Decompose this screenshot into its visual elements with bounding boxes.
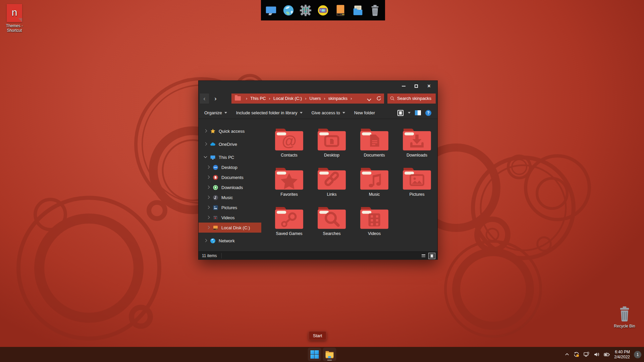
- saved-games-folder-icon: [273, 205, 305, 231]
- tray-volume-icon[interactable]: [594, 352, 600, 357]
- change-view-button[interactable]: [397, 110, 404, 116]
- minimize-button[interactable]: [397, 81, 410, 91]
- give-access-menu[interactable]: Give access to: [312, 110, 345, 115]
- searches-folder-icon: [316, 205, 347, 231]
- preview-pane-button[interactable]: [415, 110, 421, 115]
- start-button[interactable]: [308, 348, 321, 361]
- dock-external-drive-icon[interactable]: [333, 3, 348, 18]
- sidebar-item-desktop[interactable]: Desktop: [199, 162, 261, 172]
- chevron-right-icon[interactable]: [206, 215, 210, 220]
- app-dock: [261, 0, 385, 20]
- tray-chevron-up-icon[interactable]: [565, 352, 569, 357]
- chevron-right-icon[interactable]: [203, 129, 208, 133]
- file-item-videos[interactable]: Videos: [355, 205, 394, 245]
- sidebar-item-videos[interactable]: Videos: [199, 213, 261, 223]
- taskbar-clock[interactable]: 6:40 PM 2/4/2022: [614, 350, 630, 360]
- downloads-folder-icon: [213, 185, 218, 190]
- taskbar: 6:40 PM 2/4/2022 1: [0, 347, 644, 362]
- dock-globe-icon[interactable]: [281, 3, 296, 18]
- chevron-right-icon[interactable]: [206, 205, 210, 210]
- file-item-desktop[interactable]: Desktop: [312, 127, 352, 166]
- notification-badge[interactable]: 1: [634, 351, 641, 358]
- taskbar-file-explorer-button[interactable]: [323, 348, 336, 361]
- sidebar-item-music[interactable]: Music: [199, 192, 261, 202]
- file-item-music[interactable]: Music: [355, 166, 394, 205]
- file-explorer-icon: [325, 350, 335, 359]
- running-app-indicator: [327, 360, 332, 361]
- chevron-right-icon[interactable]: [203, 238, 208, 243]
- contacts-folder-icon: @: [273, 127, 305, 153]
- help-button[interactable]: ?: [425, 110, 431, 116]
- dock-settings-gear-icon[interactable]: [298, 3, 313, 18]
- tray-battery-icon[interactable]: [604, 352, 610, 357]
- file-item-saved-games[interactable]: Saved Games: [269, 205, 309, 245]
- desktop-shortcut-themes[interactable]: n Themes - Shortcut: [0, 4, 29, 33]
- star-icon: [210, 128, 216, 134]
- organize-menu[interactable]: Organize: [204, 110, 227, 115]
- dock-display-icon[interactable]: [264, 3, 278, 18]
- chevron-right-icon[interactable]: [203, 142, 208, 146]
- dock-trash-icon[interactable]: [368, 3, 382, 18]
- chevron-right-icon[interactable]: [206, 225, 210, 230]
- new-folder-button[interactable]: New folder: [354, 110, 375, 115]
- crumb-separator: ›: [351, 96, 352, 101]
- dock-file-manager-icon[interactable]: [351, 3, 365, 18]
- crumb-separator: ›: [305, 96, 306, 101]
- file-item-downloads[interactable]: Downloads: [397, 127, 437, 166]
- sidebar-item-documents[interactable]: Documents: [199, 172, 261, 182]
- search-input[interactable]: Search skinpacks: [387, 94, 436, 104]
- back-button[interactable]: ‹: [200, 94, 209, 104]
- file-item-pictures[interactable]: Pictures: [397, 166, 437, 205]
- caret-down-icon[interactable]: [408, 112, 411, 114]
- chevron-down-icon[interactable]: [203, 155, 208, 160]
- forward-button[interactable]: ›: [211, 94, 220, 104]
- sidebar-item-downloads[interactable]: Downloads: [199, 182, 261, 192]
- sidebar-item-quick-access[interactable]: Quick access: [199, 126, 261, 136]
- file-item-links[interactable]: Links: [312, 166, 352, 205]
- sidebar-item-local-disk[interactable]: Local Disk (C:): [199, 223, 261, 233]
- chevron-right-icon[interactable]: [206, 165, 210, 170]
- pictures-folder-icon: [401, 166, 433, 192]
- sidebar-item-network[interactable]: Network: [199, 236, 261, 246]
- pictures-folder-icon: [213, 205, 218, 210]
- recycle-bin-icon: [617, 306, 632, 322]
- documents-folder-icon: [359, 127, 390, 153]
- desktop-icon-recycle-bin[interactable]: Recycle Bin: [611, 306, 638, 328]
- network-globe-icon: [210, 238, 216, 244]
- breadcrumb-this-pc[interactable]: This PC: [250, 96, 266, 101]
- crumb-separator: ›: [269, 96, 270, 101]
- tray-sync-icon[interactable]: [573, 352, 580, 357]
- sidebar-item-this-pc[interactable]: This PC: [199, 152, 261, 162]
- videos-folder-icon: [213, 215, 218, 221]
- breadcrumb-skinpacks[interactable]: skinpacks: [328, 96, 347, 101]
- chevron-right-icon[interactable]: [206, 195, 210, 200]
- file-item-searches[interactable]: Searches: [312, 205, 352, 245]
- dock-games-icon[interactable]: [316, 3, 330, 18]
- address-bar[interactable]: › This PC › Local Disk (C:) › Users › sk…: [231, 94, 384, 104]
- themes-shortcut-label: Themes - Shortcut: [2, 23, 26, 33]
- sidebar-item-onedrive[interactable]: OneDrive: [199, 139, 261, 149]
- chevron-right-icon[interactable]: [206, 175, 210, 180]
- maximize-button[interactable]: [410, 81, 423, 91]
- breadcrumb-users[interactable]: Users: [310, 96, 321, 101]
- refresh-icon[interactable]: [376, 96, 381, 101]
- file-item-contacts[interactable]: @ Contacts: [269, 127, 309, 166]
- search-placeholder: Search skinpacks: [397, 96, 431, 101]
- breadcrumb-local-disk[interactable]: Local Disk (C:): [273, 96, 302, 101]
- details-view-button[interactable]: [420, 253, 427, 259]
- chevron-right-icon[interactable]: [206, 185, 210, 190]
- include-in-library-menu[interactable]: Include selected folder in library: [236, 110, 303, 115]
- crumb-separator: ›: [324, 96, 325, 101]
- large-icons-view-button[interactable]: [428, 253, 435, 259]
- recycle-bin-label: Recycle Bin: [611, 324, 638, 328]
- file-item-documents[interactable]: Documents: [355, 127, 394, 166]
- command-toolbar: Organize Include selected folder in libr…: [199, 107, 437, 119]
- title-bar[interactable]: ×: [199, 81, 437, 91]
- caret-down-icon: [300, 112, 303, 114]
- tray-network-icon[interactable]: [584, 352, 590, 357]
- navigation-pane: Quick access OneDrive This PC Desktop Do: [199, 119, 261, 251]
- address-dropdown-icon[interactable]: [368, 97, 371, 100]
- close-button[interactable]: ×: [423, 81, 435, 91]
- sidebar-item-pictures[interactable]: Pictures: [199, 202, 261, 213]
- file-item-favorites[interactable]: Favorites: [269, 166, 309, 205]
